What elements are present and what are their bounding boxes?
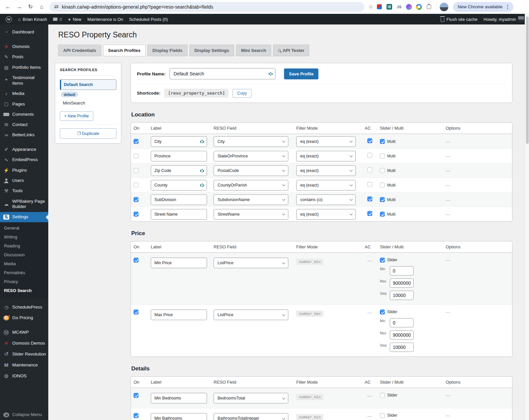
extension-icon-4[interactable] <box>405 3 413 11</box>
multi-checkbox-zip-code[interactable] <box>380 168 385 173</box>
save-profile-button[interactable]: Save Profile <box>284 68 318 79</box>
slider-max-input-max-price[interactable] <box>390 330 414 340</box>
filter-mode-select-street-name[interactable]: eq (exact) <box>296 209 356 220</box>
sidebar-item-pages[interactable]: ▢Pages <box>0 99 48 109</box>
duplicate-profile-button[interactable]: ❐ Duplicate <box>60 128 116 139</box>
ac-checkbox-province[interactable] <box>367 153 372 158</box>
slider-checkbox-max-price[interactable] <box>380 310 385 315</box>
sidebar-item-testimonial-items[interactable]: ❝Testimonial Items <box>0 73 48 89</box>
reload-icon[interactable]: ↻ <box>26 2 35 12</box>
label-input-min-bathrooms[interactable] <box>151 413 207 420</box>
multi-checkbox-city[interactable] <box>380 139 385 144</box>
sidebar-item-wpbakery-page-builder[interactable]: ☁WPBakery Page Builder <box>0 196 48 212</box>
slider-checkbox-min-price[interactable] <box>380 258 385 263</box>
new-profile-button[interactable]: + New Profile <box>60 111 93 121</box>
sidebar-item-portfolio-items[interactable]: ▤Portfolio Items <box>0 63 48 73</box>
sidebar-item-dashboard[interactable]: ◔Dashboard <box>0 27 48 38</box>
scrollbar-thumb[interactable] <box>526 17 529 144</box>
new-content-menu[interactable]: + New <box>65 14 84 24</box>
scheduled-posts-menu[interactable]: Scheduled Posts (0) <box>126 14 171 24</box>
extensions-puzzle-icon[interactable] <box>425 3 433 11</box>
sidebar-item-tools[interactable]: ⚒Tools <box>0 186 48 196</box>
profile-item-minisearch[interactable]: MiniSearch <box>60 98 116 108</box>
reso-field-select-city[interactable]: City <box>214 136 288 147</box>
ac-checkbox-zip-code[interactable] <box>367 167 372 172</box>
label-input-city[interactable] <box>151 136 207 147</box>
tab-display-settings[interactable]: Display Settings <box>189 45 234 56</box>
sidebar-item-appearance[interactable]: ✐Appearance <box>0 145 48 155</box>
reso-field-select-min-price[interactable]: ListPrice <box>214 258 288 268</box>
multi-checkbox-subdivision[interactable] <box>380 197 385 202</box>
label-input-max-price[interactable] <box>151 310 207 320</box>
reso-field-select-zip-code[interactable]: PostalCode <box>214 165 288 176</box>
slider-min-input-max-price[interactable] <box>390 318 414 327</box>
sidebar-item-posts[interactable]: ✎Posts <box>0 52 48 63</box>
slider-checkbox-min-bedrooms[interactable] <box>380 393 385 398</box>
submenu-item-permalinks[interactable]: Permalinks <box>0 268 48 277</box>
slider-checkbox-min-bathrooms[interactable] <box>380 413 385 418</box>
on-checkbox-min-bathrooms[interactable] <box>134 413 139 418</box>
maintenance-status-menu[interactable]: Maintenance is On <box>84 14 126 24</box>
reso-field-select-province[interactable]: StateOrProvince <box>214 151 288 161</box>
sidebar-item-media[interactable]: ♪Media <box>0 89 48 99</box>
forward-icon[interactable]: → <box>15 2 24 12</box>
back-icon[interactable]: ← <box>3 2 13 12</box>
tab-api-tester[interactable]: API Tester <box>273 45 309 56</box>
on-checkbox-county[interactable] <box>134 183 139 188</box>
sidebar-item-ionos[interactable]: ⚙IONOS <box>0 371 48 382</box>
on-checkbox-province[interactable] <box>134 153 139 158</box>
multi-checkbox-province[interactable] <box>380 153 385 158</box>
filter-mode-select-county[interactable]: eq (exact) <box>296 180 356 190</box>
ac-checkbox-county[interactable] <box>367 182 372 187</box>
on-checkbox-street-name[interactable] <box>134 212 139 217</box>
sidebar-item-users[interactable]: Users <box>0 176 48 186</box>
submenu-item-general[interactable]: General <box>0 224 48 232</box>
filter-mode-select-province[interactable]: eq (exact) <box>296 151 356 161</box>
multi-checkbox-street-name[interactable] <box>380 212 385 217</box>
sidebar-item-slider-revolution[interactable]: ↺Slider Revolution <box>0 349 48 360</box>
slider-step-input-max-price[interactable] <box>390 343 414 352</box>
slider-step-input-min-price[interactable] <box>390 291 414 300</box>
kebab-menu-icon[interactable]: ⋮ <box>505 4 510 10</box>
home-icon[interactable]: ⌂ <box>37 2 46 12</box>
on-checkbox-min-price[interactable] <box>134 258 139 263</box>
filter-mode-select-zip-code[interactable]: eq (exact) <box>296 165 356 176</box>
sidebar-item-embedpress[interactable]: ∿EmbedPress <box>0 155 48 165</box>
browser-profile-avatar[interactable] <box>440 3 448 11</box>
on-checkbox-max-price[interactable] <box>134 310 139 315</box>
on-checkbox-min-bedrooms[interactable] <box>134 393 139 398</box>
sidebar-item-plugins[interactable]: ⚡Plugins <box>0 165 48 176</box>
reso-field-select-subdivision[interactable]: SubdivisionName <box>214 194 288 205</box>
profile-name-input[interactable] <box>170 68 275 79</box>
sidebar-item-comments[interactable]: Comments <box>0 109 48 120</box>
sidebar-item-settings[interactable]: ⇅Settings <box>0 212 48 222</box>
filter-mode-select-subdivision[interactable]: contains (ci) <box>296 194 356 205</box>
reso-field-select-street-name[interactable]: StreetName <box>214 209 288 220</box>
on-checkbox-city[interactable] <box>134 139 139 144</box>
account-menu[interactable]: Howdy, myadmin <box>480 14 527 24</box>
ac-checkbox-street-name[interactable] <box>367 211 372 216</box>
filter-mode-select-city[interactable]: eq (exact) <box>296 136 356 147</box>
extension-icon-js[interactable]: JS <box>395 3 403 11</box>
label-input-street-name[interactable] <box>151 209 207 220</box>
site-settings-icon[interactable] <box>54 5 59 9</box>
extension-icon-1[interactable] <box>375 3 383 11</box>
sidebar-item-osmosis-demos[interactable]: ✳Osmosis Demos <box>0 338 48 349</box>
flush-cache-menu[interactable]: Flush site cache <box>438 14 480 24</box>
tab-search-profiles[interactable]: Search Profiles <box>103 45 145 56</box>
new-chrome-pill[interactable]: New Chrome available ⋮ <box>453 2 513 12</box>
extension-icon-5[interactable] <box>415 3 423 11</box>
tab-display-fields[interactable]: Display Fields <box>147 45 187 56</box>
copy-shortcode-button[interactable]: Copy <box>232 89 251 98</box>
comments-menu[interactable]: 0 <box>50 14 65 24</box>
multi-checkbox-county[interactable] <box>380 183 385 188</box>
sidebar-item-collapse-menu[interactable]: ◂Collapse Menu <box>0 410 48 420</box>
on-checkbox-zip-code[interactable] <box>134 168 139 173</box>
tab-api-credentials[interactable]: API Credentials <box>58 45 101 56</box>
submenu-item-media[interactable]: Media <box>0 259 48 268</box>
submenu-item-discussion[interactable]: Discussion <box>0 250 48 259</box>
reso-field-select-min-bathrooms[interactable]: BathroomsTotalInteger <box>214 413 288 420</box>
sidebar-item-maintenance[interactable]: MMaintenance <box>0 360 48 371</box>
label-input-county[interactable] <box>151 180 207 190</box>
sidebar-item-go-pricing[interactable]: GGo Pricing <box>0 313 48 323</box>
